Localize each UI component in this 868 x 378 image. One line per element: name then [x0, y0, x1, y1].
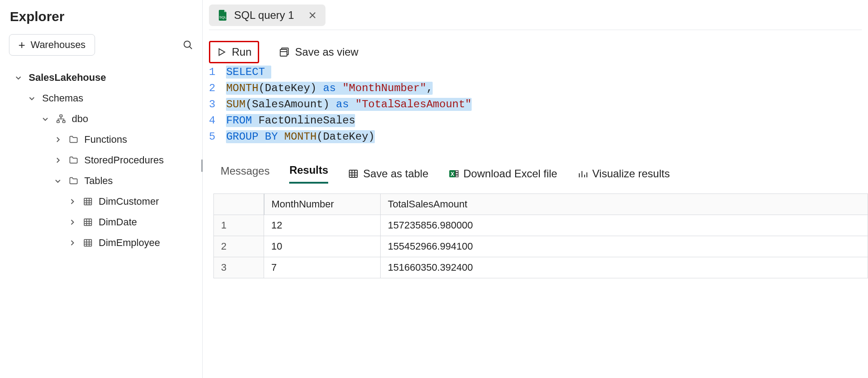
row-number: 1	[214, 215, 264, 236]
table-row[interactable]: 3 7 151660350.392400	[214, 257, 868, 278]
play-icon	[217, 47, 226, 57]
chevron-down-icon	[53, 177, 63, 185]
svg-rect-10	[84, 219, 92, 226]
chevron-right-icon	[67, 198, 77, 205]
table-icon	[82, 196, 93, 207]
svg-rect-4	[63, 121, 65, 123]
cell: 7	[264, 257, 381, 278]
svg-rect-15	[84, 240, 92, 246]
explorer-title: Explorer	[10, 9, 192, 24]
app-root: Explorer + Warehouses SalesLakehouse	[0, 0, 868, 378]
tree-node-table-dimdate[interactable]: DimDate	[9, 212, 193, 233]
save-as-view-button[interactable]: Save as view	[273, 42, 365, 62]
plus-icon: +	[18, 39, 25, 51]
col-header-totalsalesamount[interactable]: TotalSalesAmount	[381, 194, 868, 215]
explorer-tree: SalesLakehouse Schemas dbo	[9, 67, 193, 253]
code-line: SELECT	[226, 64, 471, 80]
svg-rect-35	[456, 173, 458, 175]
tree-label: Tables	[84, 175, 113, 187]
svg-rect-27	[349, 170, 357, 177]
table-header-row: MonthNumber TotalSalesAmount	[214, 194, 868, 215]
row-number-header	[214, 194, 264, 215]
line-gutter: 1 2 3 4 5	[209, 64, 226, 145]
svg-point-0	[184, 41, 191, 48]
results-toolbar: Messages Results Save as table X Downloa…	[203, 148, 868, 187]
code-area[interactable]: SELECT MONTH(DateKey) as "MonthNumber", …	[226, 64, 471, 145]
close-icon[interactable]	[308, 11, 317, 19]
explorer-panel: Explorer + Warehouses SalesLakehouse	[0, 0, 203, 378]
sql-editor[interactable]: 1 2 3 4 5 SELECT MONTH(DateKey) as "Mont…	[203, 64, 868, 148]
tab-messages[interactable]: Messages	[221, 165, 269, 183]
row-number: 3	[214, 257, 264, 278]
svg-rect-34	[456, 171, 458, 172]
tree-node-table-dimemployee[interactable]: DimEmployee	[9, 233, 193, 253]
divider	[209, 30, 862, 30]
svg-text:SQL: SQL	[219, 15, 227, 19]
tree-node-storedprocedures[interactable]: StoredProcedures	[9, 150, 193, 171]
tree-node-schemas[interactable]: Schemas	[9, 88, 193, 109]
splitter-handle[interactable]	[201, 159, 203, 172]
tree-label: StoredProcedures	[84, 154, 164, 166]
results-grid: MonthNumber TotalSalesAmount 1 12 157235…	[203, 187, 868, 278]
line-number: 3	[209, 97, 215, 113]
tree-label: SalesLakehouse	[29, 72, 106, 84]
table-icon	[348, 168, 359, 179]
svg-rect-3	[57, 121, 59, 123]
svg-rect-25	[280, 49, 287, 56]
results-table[interactable]: MonthNumber TotalSalesAmount 1 12 157235…	[213, 193, 868, 278]
save-as-table-button[interactable]: Save as table	[348, 167, 428, 180]
download-excel-button[interactable]: X Download Excel file	[448, 167, 557, 180]
main-panel: SQL SQL query 1 Run Save as view	[203, 0, 868, 378]
tab-results[interactable]: Results	[289, 164, 328, 184]
code-line: SUM(SalesAmount) as "TotalSalesAmount"	[226, 97, 471, 113]
line-number: 5	[209, 129, 215, 145]
folder-icon	[68, 134, 79, 145]
tree-node-functions[interactable]: Functions	[9, 129, 193, 150]
tree-label: DimDate	[99, 216, 137, 228]
row-number: 2	[214, 236, 264, 257]
cell: 157235856.980000	[381, 215, 868, 236]
query-tab-label: SQL query 1	[234, 9, 294, 22]
sql-file-icon: SQL	[218, 9, 228, 21]
download-excel-label: Download Excel file	[464, 167, 557, 180]
table-row[interactable]: 1 12 157235856.980000	[214, 215, 868, 236]
visualize-results-label: Visualize results	[592, 167, 670, 180]
tree-label: DimCustomer	[99, 196, 159, 207]
add-warehouses-button[interactable]: + Warehouses	[9, 34, 95, 56]
tree-label: DimEmployee	[99, 237, 160, 249]
chevron-right-icon	[67, 239, 77, 246]
chart-icon	[577, 168, 588, 179]
save-view-icon	[279, 47, 290, 57]
table-row[interactable]: 2 10 155452966.994100	[214, 236, 868, 257]
visualize-results-button[interactable]: Visualize results	[577, 167, 670, 180]
chevron-down-icon	[13, 74, 23, 81]
folder-icon	[68, 155, 79, 166]
code-line: MONTH(DateKey) as "MonthNumber",	[226, 80, 471, 97]
schema-icon	[56, 114, 66, 124]
query-tab[interactable]: SQL SQL query 1	[209, 4, 326, 26]
svg-rect-5	[84, 198, 92, 205]
code-line: GROUP BY MONTH(DateKey)	[226, 129, 471, 145]
tree-node-tables[interactable]: Tables	[9, 171, 193, 191]
cell: 10	[264, 236, 381, 257]
svg-marker-23	[219, 49, 225, 56]
svg-rect-36	[456, 175, 458, 177]
tree-node-table-dimcustomer[interactable]: DimCustomer	[9, 191, 193, 212]
cell: 12	[264, 215, 381, 236]
cell: 155452966.994100	[381, 236, 868, 257]
svg-line-1	[190, 47, 192, 49]
col-header-monthnumber[interactable]: MonthNumber	[264, 194, 381, 215]
search-icon[interactable]	[182, 40, 193, 50]
save-view-label: Save as view	[295, 46, 358, 58]
explorer-toolbar: + Warehouses	[9, 34, 193, 56]
excel-icon: X	[448, 168, 459, 179]
folder-icon	[68, 176, 79, 186]
run-button[interactable]: Run	[209, 41, 259, 63]
tree-node-dbo[interactable]: dbo	[9, 109, 193, 129]
table-icon	[82, 237, 93, 248]
chevron-right-icon	[67, 219, 77, 226]
tree-node-saleslakehouse[interactable]: SalesLakehouse	[9, 67, 193, 88]
line-number: 1	[209, 64, 215, 80]
svg-rect-2	[60, 115, 62, 117]
chevron-right-icon	[53, 157, 63, 164]
